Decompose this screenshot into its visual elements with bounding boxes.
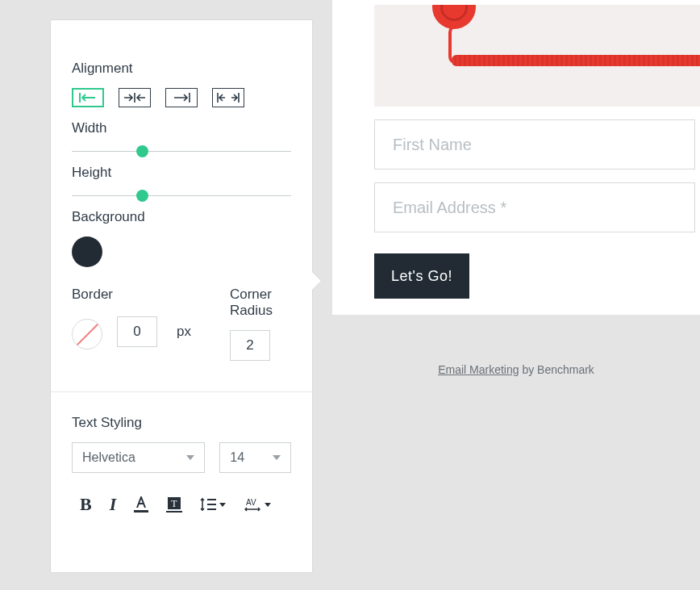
alignment-group [72,88,291,107]
svg-text:T: T [172,498,178,509]
svg-rect-3 [166,511,182,513]
text-format-toolbar: B I T AV [72,494,291,515]
align-center-icon [124,93,145,103]
email-field[interactable]: Email Address * [374,182,695,232]
align-center-button[interactable] [119,88,151,107]
background-label: Background [72,209,291,225]
border-swatch-none[interactable] [72,319,102,349]
corner-column: Corner Radius [230,287,291,361]
text-styling-label: Text Styling [72,415,291,431]
width-label: Width [72,120,291,136]
footer-suffix: by Benchmark [519,363,594,376]
align-right-icon [173,93,190,103]
width-slider-thumb[interactable] [136,145,148,157]
svg-rect-0 [134,510,148,513]
form-preview: First Name Email Address * Let's Go! [332,0,700,315]
submit-button-label: Let's Go! [391,268,452,285]
italic-button[interactable]: I [110,494,117,515]
phone-cord-decor [452,55,700,66]
px-unit: px [177,324,191,340]
align-left-button[interactable] [72,88,104,107]
footer-credit: Email Marketing by Benchmark [332,363,700,376]
letter-spacing-button[interactable]: AV [244,497,271,512]
align-full-icon [217,93,240,103]
text-background-icon: T [166,496,182,513]
align-full-button[interactable] [212,88,244,107]
chevron-down-icon [273,455,281,460]
svg-text:AV: AV [246,498,256,507]
font-family-value: Helvetica [82,450,135,465]
height-slider[interactable] [72,195,291,196]
alignment-label: Alignment [72,61,291,77]
height-label: Height [72,165,291,181]
letter-spacing-icon: AV [244,497,261,512]
font-size-select[interactable]: 14 [219,442,291,473]
email-placeholder: Email Address * [393,199,506,217]
width-slider[interactable] [72,151,291,152]
background-swatch[interactable] [72,236,102,267]
border-column: Border px [72,287,191,361]
align-left-icon [79,93,97,103]
line-height-button[interactable] [200,497,226,512]
corner-radius-label: Corner Radius [230,287,291,319]
font-size-value: 14 [230,450,244,465]
align-right-button[interactable] [165,88,198,107]
corner-radius-input[interactable] [230,330,270,361]
font-color-button[interactable] [134,496,148,513]
style-panel: Alignment Width Height Background [50,19,313,573]
font-family-select[interactable]: Helvetica [72,442,205,473]
email-marketing-link[interactable]: Email Marketing [438,363,519,376]
bold-button[interactable]: B [80,494,92,515]
border-width-input[interactable] [117,316,157,347]
border-label: Border [72,287,191,303]
first-name-placeholder: First Name [393,136,472,154]
line-height-icon [200,497,216,512]
chevron-down-icon [186,455,194,460]
panel-body: Alignment Width Height Background [51,20,312,515]
height-slider-thumb[interactable] [136,190,148,202]
panel-pointer-icon [311,271,321,291]
chevron-down-icon [265,503,271,507]
submit-button[interactable]: Let's Go! [374,253,469,299]
section-divider [51,391,312,392]
font-color-icon [134,496,148,513]
text-background-button[interactable]: T [166,496,182,513]
form-hero-image [374,5,700,107]
first-name-field[interactable]: First Name [374,119,695,169]
chevron-down-icon [219,503,226,507]
